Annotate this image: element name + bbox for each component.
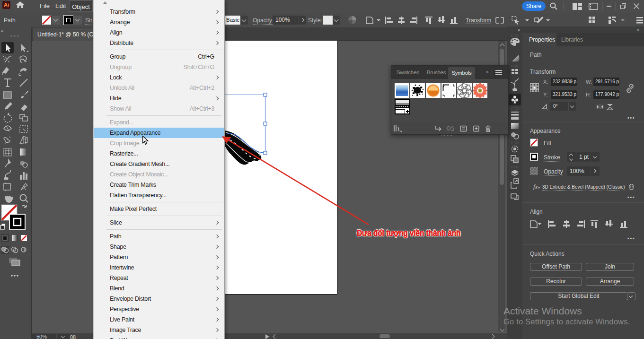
svg-text:Transform: Transform: [466, 17, 491, 24]
svg-text::: :: [547, 106, 548, 110]
